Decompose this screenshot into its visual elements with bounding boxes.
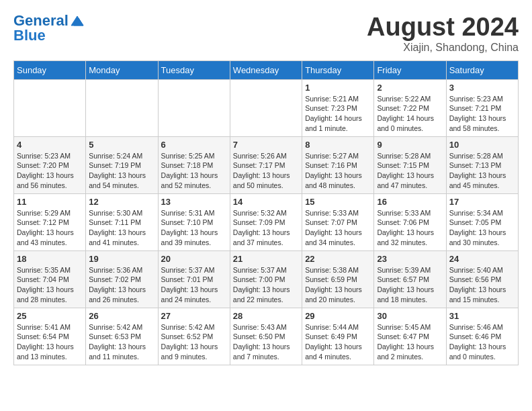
day-number: 7 — [233, 140, 299, 150]
day-number: 17 — [449, 197, 515, 207]
day-info: Sunrise: 5:32 AM Sunset: 7:09 PM Dayligh… — [233, 208, 299, 248]
day-info: Sunrise: 5:27 AM Sunset: 7:16 PM Dayligh… — [305, 151, 371, 191]
day-number: 15 — [305, 197, 371, 207]
day-info: Sunrise: 5:28 AM Sunset: 7:15 PM Dayligh… — [377, 151, 443, 191]
day-number: 13 — [161, 197, 227, 207]
logo-icon — [70, 15, 85, 27]
weekday-header: Saturday — [446, 60, 518, 79]
day-number: 14 — [233, 197, 299, 207]
day-number: 25 — [17, 311, 83, 321]
day-number: 5 — [89, 140, 154, 150]
day-info: Sunrise: 5:21 AM Sunset: 7:23 PM Dayligh… — [305, 94, 371, 134]
calendar-cell: 18Sunrise: 5:35 AM Sunset: 7:04 PM Dayli… — [14, 250, 86, 308]
day-info: Sunrise: 5:31 AM Sunset: 7:10 PM Dayligh… — [161, 208, 227, 248]
calendar-cell — [230, 79, 302, 136]
calendar-cell: 7Sunrise: 5:26 AM Sunset: 7:17 PM Daylig… — [230, 136, 302, 193]
calendar-cell: 14Sunrise: 5:32 AM Sunset: 7:09 PM Dayli… — [230, 193, 302, 250]
calendar-cell: 22Sunrise: 5:38 AM Sunset: 6:59 PM Dayli… — [302, 250, 374, 308]
day-info: Sunrise: 5:22 AM Sunset: 7:22 PM Dayligh… — [377, 94, 443, 134]
day-number: 11 — [17, 197, 83, 207]
day-number: 3 — [449, 83, 515, 93]
calendar-week-row: 18Sunrise: 5:35 AM Sunset: 7:04 PM Dayli… — [14, 250, 519, 308]
day-info: Sunrise: 5:41 AM Sunset: 6:54 PM Dayligh… — [17, 322, 83, 362]
page-header: General Blue August 2024 Xiajin, Shandon… — [13, 13, 519, 54]
calendar-cell: 28Sunrise: 5:43 AM Sunset: 6:50 PM Dayli… — [230, 308, 302, 365]
calendar-cell: 12Sunrise: 5:30 AM Sunset: 7:11 PM Dayli… — [86, 193, 158, 250]
day-info: Sunrise: 5:42 AM Sunset: 6:53 PM Dayligh… — [89, 322, 154, 362]
weekday-header: Sunday — [14, 60, 86, 79]
day-number: 19 — [89, 254, 154, 264]
day-number: 24 — [449, 254, 515, 264]
day-info: Sunrise: 5:34 AM Sunset: 7:05 PM Dayligh… — [449, 208, 515, 248]
day-number: 9 — [377, 140, 443, 150]
day-info: Sunrise: 5:42 AM Sunset: 6:52 PM Dayligh… — [161, 322, 227, 362]
day-info: Sunrise: 5:33 AM Sunset: 7:06 PM Dayligh… — [377, 208, 443, 248]
calendar-cell: 3Sunrise: 5:23 AM Sunset: 7:21 PM Daylig… — [446, 79, 518, 136]
day-number: 4 — [17, 140, 83, 150]
day-info: Sunrise: 5:24 AM Sunset: 7:19 PM Dayligh… — [89, 151, 154, 191]
weekday-header: Tuesday — [158, 60, 230, 79]
calendar-cell: 6Sunrise: 5:25 AM Sunset: 7:18 PM Daylig… — [158, 136, 230, 193]
day-number: 23 — [377, 254, 443, 264]
calendar-cell: 17Sunrise: 5:34 AM Sunset: 7:05 PM Dayli… — [446, 193, 518, 250]
calendar-table: SundayMondayTuesdayWednesdayThursdayFrid… — [13, 60, 519, 365]
calendar-cell: 19Sunrise: 5:36 AM Sunset: 7:02 PM Dayli… — [86, 250, 158, 308]
day-info: Sunrise: 5:36 AM Sunset: 7:02 PM Dayligh… — [89, 265, 154, 305]
logo-blue-text: Blue — [13, 28, 46, 43]
day-info: Sunrise: 5:46 AM Sunset: 6:46 PM Dayligh… — [449, 322, 515, 362]
header-row: SundayMondayTuesdayWednesdayThursdayFrid… — [14, 60, 519, 79]
day-info: Sunrise: 5:43 AM Sunset: 6:50 PM Dayligh… — [233, 322, 299, 362]
day-number: 2 — [377, 83, 443, 93]
calendar-cell: 21Sunrise: 5:37 AM Sunset: 7:00 PM Dayli… — [230, 250, 302, 308]
calendar-cell: 8Sunrise: 5:27 AM Sunset: 7:16 PM Daylig… — [302, 136, 374, 193]
calendar-cell: 30Sunrise: 5:45 AM Sunset: 6:47 PM Dayli… — [374, 308, 446, 365]
day-number: 8 — [305, 140, 371, 150]
day-info: Sunrise: 5:29 AM Sunset: 7:12 PM Dayligh… — [17, 208, 83, 248]
day-number: 31 — [449, 311, 515, 321]
calendar-cell: 25Sunrise: 5:41 AM Sunset: 6:54 PM Dayli… — [14, 308, 86, 365]
day-info: Sunrise: 5:33 AM Sunset: 7:07 PM Dayligh… — [305, 208, 371, 248]
day-info: Sunrise: 5:35 AM Sunset: 7:04 PM Dayligh… — [17, 265, 83, 305]
day-info: Sunrise: 5:39 AM Sunset: 6:57 PM Dayligh… — [377, 265, 443, 305]
day-info: Sunrise: 5:38 AM Sunset: 6:59 PM Dayligh… — [305, 265, 371, 305]
day-number: 30 — [377, 311, 443, 321]
day-number: 16 — [377, 197, 443, 207]
month-year: August 2024 — [367, 13, 519, 42]
day-info: Sunrise: 5:28 AM Sunset: 7:13 PM Dayligh… — [449, 151, 515, 191]
calendar-cell: 4Sunrise: 5:23 AM Sunset: 7:20 PM Daylig… — [14, 136, 86, 193]
calendar-cell: 31Sunrise: 5:46 AM Sunset: 6:46 PM Dayli… — [446, 308, 518, 365]
calendar-cell: 26Sunrise: 5:42 AM Sunset: 6:53 PM Dayli… — [86, 308, 158, 365]
calendar-cell — [86, 79, 158, 136]
day-number: 21 — [233, 254, 299, 264]
day-info: Sunrise: 5:44 AM Sunset: 6:49 PM Dayligh… — [305, 322, 371, 362]
day-number: 1 — [305, 83, 371, 93]
day-number: 28 — [233, 311, 299, 321]
weekday-header: Friday — [374, 60, 446, 79]
calendar-cell: 15Sunrise: 5:33 AM Sunset: 7:07 PM Dayli… — [302, 193, 374, 250]
day-number: 22 — [305, 254, 371, 264]
day-info: Sunrise: 5:45 AM Sunset: 6:47 PM Dayligh… — [377, 322, 443, 362]
weekday-header: Monday — [86, 60, 158, 79]
day-number: 12 — [89, 197, 154, 207]
day-info: Sunrise: 5:37 AM Sunset: 7:01 PM Dayligh… — [161, 265, 227, 305]
day-number: 6 — [161, 140, 227, 150]
calendar-cell: 2Sunrise: 5:22 AM Sunset: 7:22 PM Daylig… — [374, 79, 446, 136]
calendar-week-row: 4Sunrise: 5:23 AM Sunset: 7:20 PM Daylig… — [14, 136, 519, 193]
calendar-cell: 27Sunrise: 5:42 AM Sunset: 6:52 PM Dayli… — [158, 308, 230, 365]
day-number: 18 — [17, 254, 83, 264]
day-info: Sunrise: 5:37 AM Sunset: 7:00 PM Dayligh… — [233, 265, 299, 305]
day-info: Sunrise: 5:23 AM Sunset: 7:20 PM Dayligh… — [17, 151, 83, 191]
day-info: Sunrise: 5:23 AM Sunset: 7:21 PM Dayligh… — [449, 94, 515, 134]
day-number: 10 — [449, 140, 515, 150]
calendar-cell: 5Sunrise: 5:24 AM Sunset: 7:19 PM Daylig… — [86, 136, 158, 193]
day-number: 26 — [89, 311, 154, 321]
calendar-cell: 23Sunrise: 5:39 AM Sunset: 6:57 PM Dayli… — [374, 250, 446, 308]
logo: General Blue — [13, 13, 85, 43]
calendar-cell: 11Sunrise: 5:29 AM Sunset: 7:12 PM Dayli… — [14, 193, 86, 250]
location: Xiajin, Shandong, China — [367, 42, 519, 54]
day-info: Sunrise: 5:40 AM Sunset: 6:56 PM Dayligh… — [449, 265, 515, 305]
calendar-week-row: 11Sunrise: 5:29 AM Sunset: 7:12 PM Dayli… — [14, 193, 519, 250]
title-section: August 2024 Xiajin, Shandong, China — [367, 13, 519, 54]
calendar-cell: 1Sunrise: 5:21 AM Sunset: 7:23 PM Daylig… — [302, 79, 374, 136]
day-info: Sunrise: 5:26 AM Sunset: 7:17 PM Dayligh… — [233, 151, 299, 191]
